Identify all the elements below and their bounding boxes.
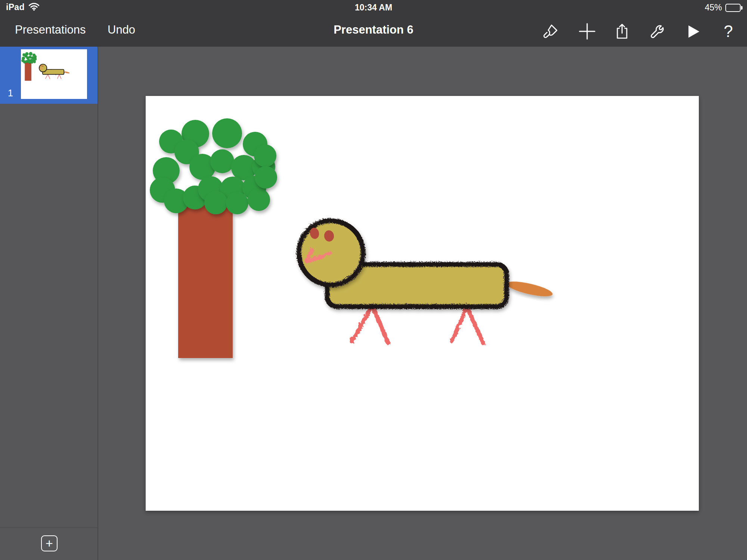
tools-button[interactable] bbox=[647, 21, 667, 42]
format-button[interactable] bbox=[540, 21, 561, 42]
help-button[interactable]: ? bbox=[718, 21, 739, 42]
battery-icon bbox=[725, 4, 743, 12]
share-icon bbox=[613, 23, 631, 40]
keynote-app: iPad 10:34 AM 45% Presentations Undo Pre… bbox=[0, 0, 747, 560]
battery-percent-label: 45% bbox=[705, 3, 722, 13]
slide-1-selection[interactable]: 1 bbox=[0, 47, 98, 104]
sidebar-divider bbox=[0, 528, 98, 528]
slide-navigator: 1 + bbox=[0, 47, 98, 560]
slide-canvas[interactable] bbox=[146, 96, 699, 511]
question-mark-icon: ? bbox=[724, 23, 733, 40]
slide-number-badge: 1 bbox=[8, 88, 13, 99]
paintbrush-icon bbox=[542, 23, 559, 40]
sidebar-edge-divider bbox=[97, 47, 98, 560]
insert-button[interactable] bbox=[577, 21, 598, 42]
top-bar: iPad 10:34 AM 45% Presentations Undo Pre… bbox=[0, 0, 747, 47]
add-slide-button[interactable]: + bbox=[41, 535, 58, 551]
play-button[interactable] bbox=[682, 21, 703, 42]
status-right: 45% bbox=[705, 3, 743, 13]
presentations-back-button[interactable]: Presentations bbox=[15, 23, 86, 37]
plus-icon bbox=[577, 22, 597, 41]
play-icon bbox=[685, 23, 701, 40]
share-button[interactable] bbox=[611, 21, 632, 42]
wrench-icon bbox=[648, 23, 666, 40]
undo-button[interactable]: Undo bbox=[108, 23, 135, 37]
slide-1-thumbnail[interactable] bbox=[21, 49, 87, 99]
status-clock: 10:34 AM bbox=[0, 3, 747, 13]
slide-artwork bbox=[146, 96, 699, 511]
